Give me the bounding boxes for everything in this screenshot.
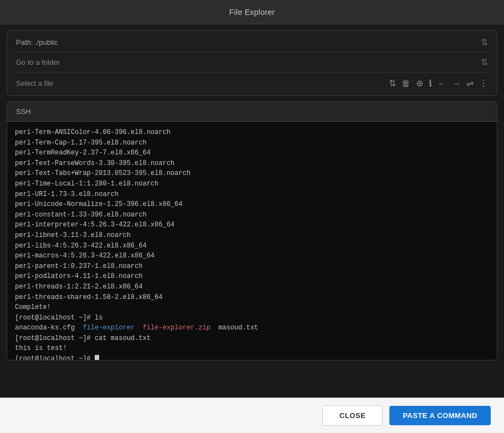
terminal-line: perl-URI-1.73-3.el8.noarch [15,189,489,200]
path-row: Path: ./public ⇅ [16,37,488,48]
terminal-line: perl-Time-Local-1:1.280-1.el8.noarch [15,179,489,189]
bottom-bar: CLOSE PASTE A COMMAND [0,398,504,433]
paste-command-button[interactable]: PASTE A COMMAND [389,406,491,425]
ls-plain: anaconda-ks.cfg [15,324,75,332]
top-bar: File Explorer [0,0,504,24]
terminal-line: perl-Text-Tabs+Wrap-2013.0523-395.el8.no… [15,168,489,179]
select-file-row: Select a file ⇅ 🗑 ⊕ ℹ ← → ⇌ ⋮ [16,72,488,89]
terminal-line: perl-Term-Cap-1.17-395.el8.noarch [15,138,489,148]
terminal-line: perl-TermReadKey-2.37-7.el8.x86_64 [15,148,489,158]
go-to-folder-sort-icon[interactable]: ⇅ [481,57,488,68]
terminal-line: perl-Text-ParseWords-3.30-395.el8.noarch [15,158,489,169]
ssh-panel: SSH perl-Term-ANSIColor-4.06-396.el8.noa… [7,101,497,360]
swap-icon[interactable]: ⇌ [466,78,474,89]
terminal-line: perl-libs-4:5.26.3-422.el8.x86_64 [15,241,489,251]
terminal-line: perl-threads-1:2.21-2.el8.x86_64 [15,282,489,292]
close-button[interactable]: CLOSE [322,405,383,426]
terminal-line: perl-Unicode-Normalize-1.25-396.el8.x86_… [15,199,489,210]
ls-red: file-explorer.zip [142,324,210,332]
file-toolbar: ⇅ 🗑 ⊕ ℹ ← → ⇌ ⋮ [389,78,488,89]
terminal-complete: Complete! [15,302,489,313]
terminal-line: perl-macros-4:5.26.3-422.el8.x86_64 [15,251,489,261]
terminal-cmd2: [root@localhost ~]# cat masoud.txt [15,333,489,344]
ssh-label: SSH [16,107,31,116]
ls-blue1: file-explorer [83,324,135,332]
select-file-label: Select a file [16,79,53,87]
add-icon[interactable]: ⊕ [416,78,423,89]
terminal-line: perl-parent-1:0.237-1.el8.noarch [15,261,489,272]
info-icon[interactable]: ℹ [429,78,432,89]
go-to-folder-label: Go to a folder [16,58,60,66]
ls-plain2: masoud.txt [218,324,258,332]
back-icon[interactable]: ← [438,79,446,89]
path-sort-icon[interactable]: ⇅ [481,37,488,48]
more-icon[interactable]: ⋮ [479,78,488,89]
ssh-header: SSH [7,102,497,122]
terminal-cmd1: [root@localhost ~]# ls [15,313,489,323]
terminal-line: perl-podlators-4.11-1.el8.noarch [15,271,489,282]
terminal-output[interactable]: perl-Term-ANSIColor-4.06-396.el8.noarch … [7,122,497,360]
terminal-line: perl-constant-1.33-396.el8.noarch [15,210,489,220]
terminal-cat-output: this is test! [15,343,489,354]
go-to-folder-row: Go to a folder ⇅ [16,52,488,72]
forward-icon[interactable]: → [452,79,461,89]
sort-icon[interactable]: ⇅ [389,78,396,89]
terminal-final-prompt: [root@localhost ~]# [15,354,489,360]
delete-icon[interactable]: 🗑 [402,79,410,89]
path-label: Path: ./public [16,38,58,47]
terminal-line: perl-interpreter-4:5.26.3-422.el8.x86_64 [15,220,489,230]
terminal-ls-output: anaconda-ks.cfg file-explorer file-explo… [15,323,489,333]
app-title: File Explorer [229,8,275,17]
terminal-line: perl-threads-shared-1.58-2.el8.x86_64 [15,292,489,303]
terminal-line: perl-Term-ANSIColor-4.06-396.el8.noarch [15,127,489,138]
file-explorer-panel: Path: ./public ⇅ Go to a folder ⇅ Select… [7,30,497,96]
terminal-line: perl-libnet-3.11-3.el8.noarch [15,230,489,241]
terminal-cursor [95,355,99,360]
